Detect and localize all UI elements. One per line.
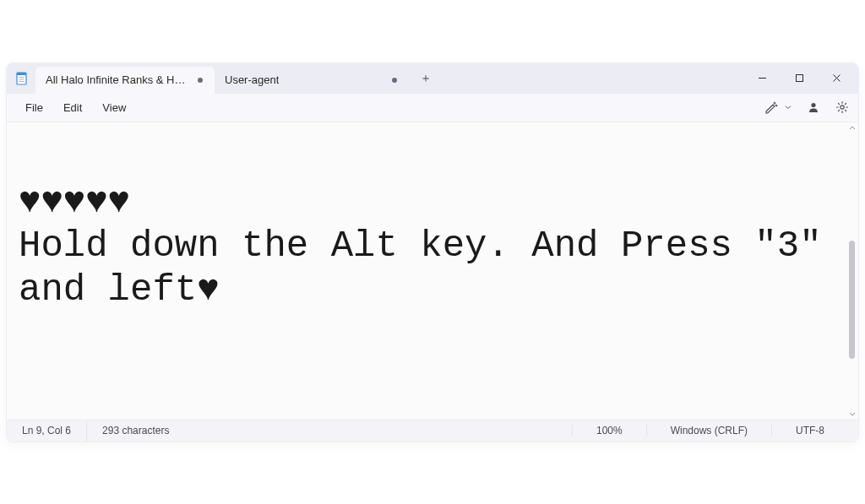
window-controls — [743, 65, 855, 92]
ai-rewrite-chevron[interactable] — [782, 103, 794, 111]
titlebar: All Halo Infinite Ranks & How the F User… — [7, 63, 858, 94]
status-encoding: UTF-8 — [771, 425, 858, 436]
tab-2-label: User-agent — [225, 73, 279, 86]
tab-1[interactable]: All Halo Infinite Ranks & How the F — [35, 67, 215, 94]
text-editor[interactable]: ♥♥♥♥♥ Hold down the Alt key. And Press "… — [7, 122, 846, 420]
scroll-up-icon[interactable] — [846, 122, 858, 134]
scroll-down-icon[interactable] — [846, 408, 858, 420]
editor-wrap: ♥♥♥♥♥ Hold down the Alt key. And Press "… — [7, 122, 858, 420]
status-line-ending: Windows (CRLF) — [646, 425, 771, 436]
close-button[interactable] — [818, 65, 855, 92]
svg-point-10 — [841, 106, 844, 109]
maximize-button[interactable] — [781, 65, 818, 92]
app-window: All Halo Infinite Ranks & How the F User… — [6, 62, 859, 442]
scrollbar[interactable] — [846, 122, 858, 420]
statusbar: Ln 9, Col 6 293 characters 100% Windows … — [7, 420, 858, 442]
svg-rect-6 — [796, 75, 802, 82]
tab-1-dirty-dot-icon — [198, 78, 203, 83]
svg-rect-1 — [17, 73, 26, 75]
new-tab-button[interactable]: ＋ — [414, 67, 438, 90]
tab-2-dirty-dot-icon — [392, 78, 397, 83]
tab-2[interactable]: User-agent — [215, 67, 409, 94]
menu-file[interactable]: File — [15, 96, 53, 119]
svg-point-9 — [811, 103, 815, 107]
notepad-app-icon — [15, 72, 29, 85]
plus-icon: ＋ — [420, 71, 432, 86]
menu-edit[interactable]: Edit — [53, 96, 92, 119]
ai-rewrite-button[interactable] — [759, 95, 784, 119]
tab-1-label: All Halo Infinite Ranks & How the F — [46, 73, 189, 86]
menu-view[interactable]: View — [92, 96, 136, 119]
minimize-button[interactable] — [743, 65, 781, 92]
status-zoom[interactable]: 100% — [572, 425, 646, 436]
menubar: File Edit View — [7, 94, 858, 122]
account-button[interactable] — [801, 95, 826, 119]
scroll-thumb[interactable] — [849, 241, 855, 359]
status-characters: 293 characters — [87, 420, 184, 442]
settings-button[interactable] — [830, 95, 855, 119]
status-position: Ln 9, Col 6 — [7, 420, 87, 442]
